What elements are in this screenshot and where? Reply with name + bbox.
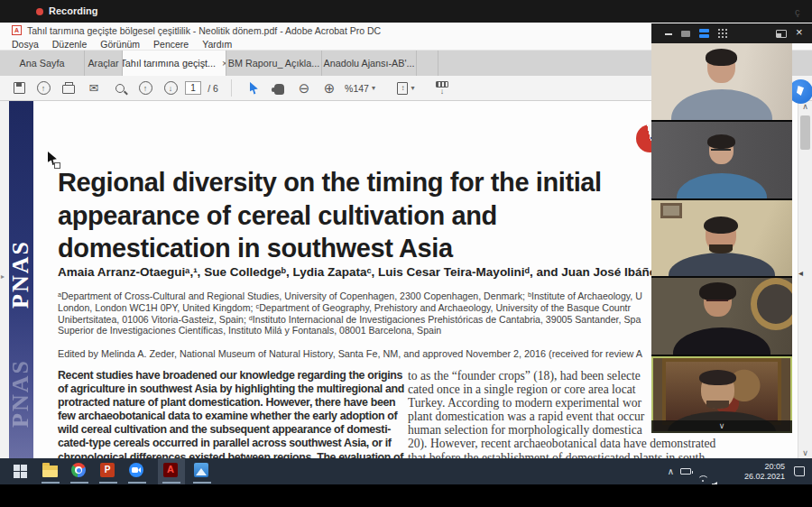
participant-video-3[interactable] (651, 200, 792, 279)
page-total: / 6 (204, 76, 222, 100)
battery-icon[interactable] (680, 468, 691, 475)
paper-edited-line: Edited by Melinda A. Zeder, National Mus… (58, 348, 642, 359)
strip-view-icon[interactable] (699, 29, 709, 38)
zoom-out-icon[interactable]: ⊖ (295, 76, 313, 100)
clock[interactable]: 20:05 26.02.2021 (744, 462, 785, 481)
tray-date: 26.02.2021 (744, 472, 785, 482)
paper-title: Regional diversity on the timing for the… (58, 166, 602, 265)
annotation-tools-icon[interactable]: ↓ (433, 76, 451, 100)
menu-yardim[interactable]: Yardım (202, 39, 232, 50)
paper-authors: Amaia Arranz-Otaeguiᵃ,¹, Sue Colledgeᵇ, … (58, 265, 667, 279)
tab-ana-sayfa[interactable]: Ana Sayfa (0, 51, 85, 76)
next-page-icon[interactable]: ↓ (161, 76, 180, 100)
recording-label: Recording (49, 5, 97, 16)
participant-video-1[interactable] (651, 43, 792, 122)
tab-araclar[interactable]: Araçlar (85, 51, 123, 76)
file-explorer-icon[interactable] (42, 463, 59, 479)
acrobat-icon[interactable]: A (163, 463, 180, 479)
recording-dot-icon (36, 8, 43, 15)
tab-bm-raporu[interactable]: BM Raporu_ Açıkla... (226, 51, 322, 76)
caret-down-icon: ▾ (411, 84, 414, 92)
tab-overflow-fragment: ç (795, 6, 800, 17)
previous-page-icon[interactable]: ↑ (136, 76, 154, 100)
menu-pencere[interactable]: Pencere (153, 39, 189, 50)
save-icon[interactable] (10, 76, 28, 100)
gold-mirror (751, 278, 792, 330)
collapse-videos-bar[interactable]: ∨ (651, 420, 792, 433)
speaker-view-icon[interactable] (681, 31, 690, 37)
tab-anadolu-ajansi[interactable]: Anadolu Ajansı-AB'... (322, 51, 417, 76)
video-panel-titlebar[interactable]: × (651, 23, 812, 43)
chevron-down-icon[interactable]: ∨ (719, 422, 725, 430)
vertical-scrollbar[interactable]: ∧ ∨ (798, 101, 812, 458)
tab-spacer (417, 51, 438, 76)
participant-4-figure (673, 327, 770, 355)
share-upload-icon[interactable]: ↑ (34, 76, 52, 100)
search-icon[interactable] (111, 76, 129, 100)
scrollbar-thumb[interactable] (800, 115, 810, 150)
pnas-logo: PNAS (7, 225, 34, 324)
participant-video-4[interactable] (651, 278, 792, 356)
menu-duzenle[interactable]: Düzenle (52, 39, 88, 50)
participant-video-5-active-speaker[interactable]: ∨ (651, 356, 792, 433)
wifi-icon[interactable] (697, 475, 707, 483)
page-number-input[interactable]: 1 (184, 76, 202, 100)
recording-bar: Recording (0, 0, 812, 23)
tray-time: 20:05 (744, 462, 785, 472)
letterbox-bottom (0, 484, 812, 507)
fit-page-icon[interactable]: ↕▾ (397, 76, 415, 100)
menu-dosya[interactable]: Dosya (12, 39, 39, 50)
participant-2-figure (677, 173, 767, 198)
taskbar: P A ∧ 20:05 26.02.2021 (0, 458, 812, 484)
chrome-icon[interactable] (71, 463, 88, 479)
photos-icon[interactable] (194, 463, 210, 479)
pnas-logo-faded: PNAS (7, 344, 34, 443)
caret-down-icon: ▾ (372, 84, 375, 92)
gallery-view-icon[interactable] (718, 29, 727, 38)
selection-marker (54, 162, 60, 169)
video-panel: ∨ (651, 43, 792, 433)
print-icon[interactable] (60, 76, 78, 100)
paper-affiliations: ᵃDepartment of Cross-Cultural and Region… (58, 290, 642, 336)
participant-1-figure (671, 89, 772, 120)
toolbar-divider (231, 79, 232, 97)
windows-start-icon[interactable] (14, 465, 27, 478)
panel-collapse-icon[interactable]: ◂ (798, 268, 803, 278)
abstract-column: Recent studies have broadened our knowle… (58, 369, 404, 458)
select-tool-icon[interactable] (245, 76, 263, 100)
screen: Recording A Tahıl tarımına geçişte bölge… (0, 0, 812, 507)
participant-3-figure (669, 253, 775, 276)
picture-frame (660, 203, 682, 218)
scroll-down-icon[interactable]: ∨ (798, 448, 812, 457)
zoom-app-icon[interactable] (129, 463, 145, 479)
system-tray: ∧ 20:05 26.02.2021 (800, 458, 812, 484)
menu-gorunum[interactable]: Görünüm (100, 39, 140, 50)
tray-chevron-icon[interactable]: ∧ (668, 466, 674, 476)
email-icon[interactable]: ✉ (85, 76, 103, 100)
zoom-level-select[interactable]: %147▾ (345, 76, 375, 100)
participant-video-2[interactable] (651, 122, 792, 200)
pnas-journal-bar: PNAS PNAS (9, 101, 33, 458)
minimize-icon[interactable] (665, 33, 672, 35)
pdf-file-icon: A (12, 25, 22, 35)
hand-tool-icon[interactable] (270, 76, 288, 100)
notification-center-icon[interactable] (794, 466, 805, 476)
zoom-in-icon[interactable]: ⊕ (320, 76, 338, 100)
pop-out-icon[interactable] (776, 30, 787, 38)
panel-expand-icon[interactable]: ▸ (1, 272, 5, 281)
tab-tahil-active[interactable]: Tahıl tarımına geçişt... × (123, 51, 226, 76)
window-title: Tahıl tarımına geçişte bölgesel çeşitlil… (27, 25, 381, 36)
powerpoint-icon[interactable]: P (100, 463, 116, 479)
close-icon[interactable]: × (796, 25, 803, 39)
